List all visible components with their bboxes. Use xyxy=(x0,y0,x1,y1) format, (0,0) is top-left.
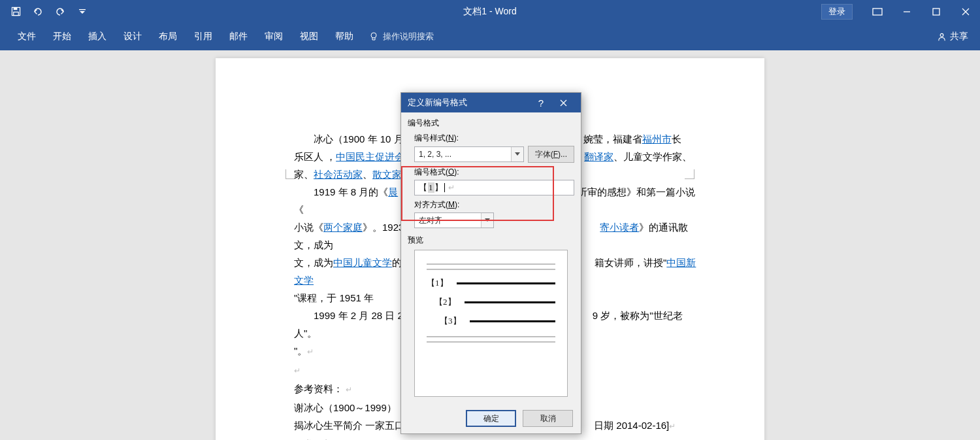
qat-customize-icon[interactable] xyxy=(73,3,91,20)
alignment-value: 左对齐 xyxy=(415,215,481,226)
dialog-title: 定义新编号格式 xyxy=(408,97,467,109)
dialog-close-icon[interactable] xyxy=(552,93,574,112)
dialog-help-icon[interactable]: ? xyxy=(530,93,552,112)
svg-rect-2 xyxy=(13,12,18,15)
preview-pane: 【1】 【2】 【3】 xyxy=(414,250,568,397)
tab-design[interactable]: 设计 xyxy=(115,23,150,50)
link-fanyi[interactable]: 翻译家 xyxy=(584,151,613,162)
quick-access-toolbar xyxy=(0,3,91,20)
svg-rect-1 xyxy=(13,7,17,10)
preview-item-3: 【3】 xyxy=(427,315,470,327)
label-number-format: 编号格式(O): xyxy=(414,167,574,178)
window-controls: 登录 xyxy=(821,0,980,23)
tab-help[interactable]: 帮助 xyxy=(327,23,362,50)
preview-label: 预览 xyxy=(408,235,574,246)
tab-layout[interactable]: 布局 xyxy=(150,23,186,50)
tab-view[interactable]: 视图 xyxy=(291,23,327,50)
undo-icon[interactable] xyxy=(29,3,47,20)
number-style-value: 1, 2, 3, ... xyxy=(415,150,511,159)
label-alignment: 对齐方式(M): xyxy=(414,199,574,211)
svg-point-9 xyxy=(371,33,376,38)
link-ertong[interactable]: 中国儿童文学 xyxy=(333,257,392,268)
maximize-icon[interactable] xyxy=(921,0,951,23)
margin-mark-left xyxy=(286,169,295,179)
link-jixiao[interactable]: 寄小读者 xyxy=(600,222,639,233)
ribbon-tabs: 文件 开始 插入 设计 布局 引用 邮件 审阅 视图 帮助 操作说明搜索 共享 xyxy=(0,23,980,50)
tell-me-search[interactable]: 操作说明搜索 xyxy=(362,31,434,42)
preview-item-2: 【2】 xyxy=(427,296,465,308)
minimize-icon[interactable] xyxy=(892,0,921,23)
title-bar: 文档1 - Word 登录 xyxy=(0,0,980,23)
ok-button[interactable]: 确定 xyxy=(466,410,516,427)
tab-insert[interactable]: 插入 xyxy=(80,23,115,50)
svg-point-10 xyxy=(940,33,943,37)
close-icon[interactable] xyxy=(951,0,980,23)
svg-rect-6 xyxy=(933,8,939,15)
link-fuzhou[interactable]: 福州市 xyxy=(642,133,672,144)
login-button[interactable]: 登录 xyxy=(821,4,853,20)
cancel-button[interactable]: 取消 xyxy=(523,410,573,427)
group-number-format: 编号格式 xyxy=(408,118,574,129)
share-button[interactable]: 共享 xyxy=(937,31,968,42)
label-number-style: 编号样式(N): xyxy=(414,133,574,144)
dialog-titlebar[interactable]: 定义新编号格式 ? xyxy=(401,93,581,112)
link-minzhu[interactable]: 中国民主促进会 xyxy=(336,151,404,162)
number-format-input[interactable]: 【1】 ↵ xyxy=(414,180,574,195)
chevron-down-icon[interactable] xyxy=(481,213,493,228)
link-liangge[interactable]: 两个家庭 xyxy=(323,222,363,233)
margin-mark-right xyxy=(685,169,694,179)
redo-icon[interactable] xyxy=(51,3,69,20)
tab-home[interactable]: 开始 xyxy=(44,23,80,50)
tab-references[interactable]: 引用 xyxy=(186,23,221,50)
define-number-format-dialog: 定义新编号格式 ? 编号格式 编号样式(N): 1, 2, 3, ... 字体(… xyxy=(400,92,581,434)
tab-review[interactable]: 审阅 xyxy=(256,23,291,50)
alignment-combo[interactable]: 左对齐 xyxy=(414,212,494,228)
tab-mailings[interactable]: 邮件 xyxy=(221,23,256,50)
preview-item-1: 【1】 xyxy=(427,277,457,289)
share-label: 共享 xyxy=(950,31,968,42)
font-button[interactable]: 字体(F)... xyxy=(528,146,574,163)
tell-me-label: 操作说明搜索 xyxy=(383,31,434,42)
ribbon-display-icon[interactable] xyxy=(862,0,892,23)
svg-rect-4 xyxy=(873,8,882,15)
svg-rect-3 xyxy=(79,9,86,10)
link-shehui[interactable]: 社会活动家 xyxy=(314,169,363,180)
link-chen[interactable]: 晨 xyxy=(388,186,398,197)
window-title: 文档1 - Word xyxy=(463,6,516,18)
tab-file[interactable]: 文件 xyxy=(9,23,44,50)
number-style-combo[interactable]: 1, 2, 3, ... xyxy=(414,146,524,162)
dialog-footer: 确定 取消 xyxy=(401,403,581,433)
save-icon[interactable] xyxy=(7,3,25,20)
chevron-down-icon[interactable] xyxy=(511,147,523,161)
link-sanwen[interactable]: 散文家 xyxy=(372,169,402,180)
